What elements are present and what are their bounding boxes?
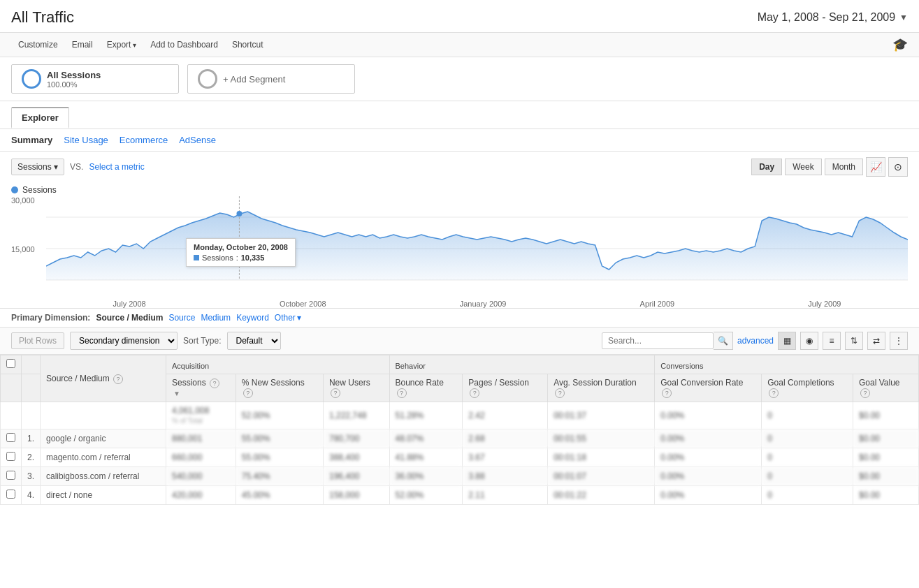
row2-goal-conv: 0.00%	[655, 448, 762, 467]
row3-source-medium[interactable]: calibigboss.com / referral	[41, 467, 166, 486]
all-sessions-segment[interactable]: All Sessions 100.00%	[11, 64, 179, 94]
row1-checkbox[interactable]	[6, 433, 15, 442]
row3-goal-val: $0.00	[853, 467, 919, 486]
search-input[interactable]	[602, 332, 714, 349]
export-button[interactable]: Export	[100, 37, 143, 52]
summary-num	[22, 402, 41, 429]
page-header: All Traffic May 1, 2008 - Sep 21, 2009 ▼	[0, 0, 919, 33]
sub-tab-adsense[interactable]: AdSense	[179, 133, 216, 147]
th-behavior: Behavior	[389, 355, 655, 374]
sessions-help[interactable]: ?	[210, 378, 219, 388]
row4-source-medium[interactable]: direct / none	[41, 486, 166, 505]
row4-num: 4.	[22, 486, 41, 505]
row4-cb[interactable]	[1, 486, 22, 505]
row2-source-medium[interactable]: magento.com / referral	[41, 448, 166, 467]
add-segment-pill[interactable]: + Add Segment	[187, 64, 355, 94]
plot-rows-button[interactable]: Plot Rows	[11, 332, 64, 349]
th-goal-value[interactable]: Goal Value ?	[853, 374, 919, 402]
sub-tab-summary[interactable]: Summary	[11, 133, 52, 147]
metric-dropdown[interactable]: Sessions ▾	[11, 159, 64, 175]
summary-row: 4,061,008 % of Total 52.00% 1,222,748 51…	[1, 402, 919, 429]
list-view-btn[interactable]: ≡	[823, 332, 841, 350]
th-source-medium[interactable]: Source / Medium ?	[41, 355, 166, 402]
pct-new-help[interactable]: ?	[243, 388, 253, 398]
source-medium-help[interactable]: ?	[113, 374, 123, 384]
month-btn[interactable]: Month	[825, 159, 863, 175]
date-range-picker[interactable]: May 1, 2008 - Sep 21, 2009 ▼	[758, 11, 908, 24]
dim-medium[interactable]: Medium	[201, 313, 231, 323]
row1-source-medium[interactable]: google / organic	[41, 429, 166, 448]
th-goal-conv[interactable]: Goal Conversion Rate ?	[655, 374, 762, 402]
row1-goal-comp: 0	[762, 429, 853, 448]
shortcut-button[interactable]: Shortcut	[225, 37, 270, 52]
goal-comp-help[interactable]: ?	[769, 388, 779, 398]
tab-explorer[interactable]: Explorer	[11, 107, 69, 128]
chart-area: 30,000 15,000 Monday, Oc	[11, 196, 908, 308]
summary-goal-val: $0.00	[853, 402, 919, 429]
row2-pages: 3.67	[463, 448, 548, 467]
row2-checkbox[interactable]	[6, 452, 15, 461]
bounce-help[interactable]: ?	[397, 388, 407, 398]
pages-help[interactable]: ?	[470, 388, 479, 398]
bar-chart-btn[interactable]: ⊙	[888, 157, 908, 177]
th-sessions[interactable]: Sessions ? ▼	[166, 374, 236, 402]
hat-icon[interactable]: 🎓	[892, 38, 908, 52]
dim-other[interactable]: Other ▾	[275, 313, 301, 323]
tooltip-date: Monday, October 20, 2008	[194, 243, 288, 251]
row3-sessions: 540,000	[166, 467, 236, 486]
advanced-link[interactable]: advanced	[737, 336, 774, 346]
row1-goal-conv: 0.00%	[655, 429, 762, 448]
pie-view-btn[interactable]: ◉	[800, 332, 818, 350]
row3-cb[interactable]	[1, 467, 22, 486]
new-users-help[interactable]: ?	[331, 388, 340, 398]
goal-value-help[interactable]: ?	[860, 388, 870, 398]
row1-cb[interactable]	[1, 429, 22, 448]
week-btn[interactable]: Week	[785, 159, 821, 175]
avg-session-help[interactable]: ?	[555, 388, 565, 398]
secondary-dimension-select[interactable]: Secondary dimension	[70, 332, 178, 350]
x-label-apr09: April 2009	[640, 300, 675, 308]
chart-canvas[interactable]: Monday, October 20, 2008 Sessions: 10,33…	[46, 196, 908, 294]
row2-cb[interactable]	[1, 448, 22, 467]
row4-checkbox[interactable]	[6, 490, 15, 499]
dim-source-medium[interactable]: Source / Medium	[96, 313, 163, 323]
goal-conv-help[interactable]: ?	[662, 388, 672, 398]
compare-view-btn[interactable]: ⇄	[867, 332, 885, 350]
day-btn[interactable]: Day	[751, 159, 782, 175]
email-button[interactable]: Email	[65, 37, 100, 52]
grid-view-btn[interactable]: ▦	[778, 332, 796, 350]
tooltip-square	[194, 255, 199, 260]
th-goal-comp[interactable]: Goal Completions ?	[762, 374, 853, 402]
select-all-checkbox[interactable]	[6, 359, 15, 368]
table-controls-right: 🔍 advanced ▦ ◉ ≡ ⇅ ⇄ ⋮	[602, 332, 908, 350]
th-avg-session[interactable]: Avg. Session Duration ?	[548, 374, 655, 402]
th-pages-session[interactable]: Pages / Session ?	[463, 374, 548, 402]
customize-button[interactable]: Customize	[11, 37, 65, 52]
th-new-users[interactable]: New Users ?	[323, 374, 389, 402]
th-pct-new[interactable]: % New Sessions ?	[236, 374, 323, 402]
th-bounce-rate[interactable]: Bounce Rate ?	[389, 374, 463, 402]
sort-type-select[interactable]: Default	[227, 332, 281, 350]
sub-tab-ecommerce[interactable]: Ecommerce	[120, 133, 168, 147]
line-chart-btn[interactable]: 📈	[866, 157, 885, 177]
date-range-label: May 1, 2008 - Sep 21, 2009	[758, 11, 895, 24]
sort-type-label: Sort Type:	[183, 336, 221, 346]
select-metric-link[interactable]: Select a metric	[89, 162, 144, 172]
row3-bounce: 36.00%	[389, 467, 463, 486]
row3-goal-conv: 0.00%	[655, 467, 762, 486]
segment-circle	[22, 69, 41, 89]
dim-source[interactable]: Source	[168, 313, 195, 323]
sessions-legend-dot	[11, 186, 18, 193]
summary-cb	[1, 402, 22, 429]
explorer-tabs: Explorer	[0, 101, 919, 129]
sub-tab-site-usage[interactable]: Site Usage	[64, 133, 108, 147]
search-button[interactable]: 🔍	[714, 332, 733, 350]
table-row: 3. calibigboss.com / referral 540,000 75…	[1, 467, 919, 486]
row3-checkbox[interactable]	[6, 471, 15, 480]
add-to-dashboard-button[interactable]: Add to Dashboard	[143, 37, 225, 52]
more-view-btn[interactable]: ⋮	[890, 332, 908, 350]
sort-view-btn[interactable]: ⇅	[845, 332, 863, 350]
dim-keyword[interactable]: Keyword	[236, 313, 269, 323]
summary-bounce: 51.28%	[389, 402, 463, 429]
x-label-jan09: January 2009	[460, 300, 507, 308]
